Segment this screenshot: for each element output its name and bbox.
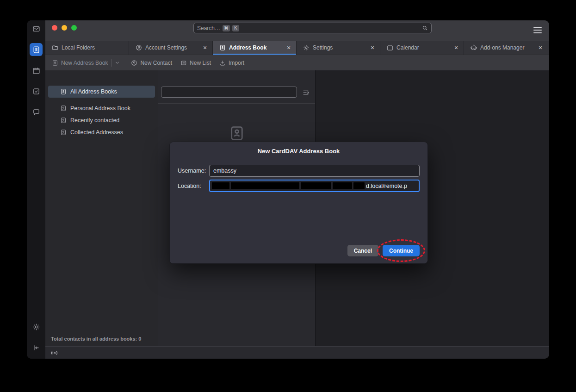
gear-icon	[303, 44, 310, 51]
continue-button[interactable]: Continue	[383, 245, 420, 256]
list-icon	[180, 60, 187, 66]
list-item-personal-address-book[interactable]: Personal Address Book	[48, 102, 155, 114]
address-book-icon	[60, 105, 67, 112]
list-item-all-address-books[interactable]: All Address Books	[48, 86, 155, 98]
collapse-icon	[32, 344, 40, 352]
address-book-icon	[219, 44, 226, 51]
search-icon	[422, 25, 428, 31]
address-book-placeholder-icon	[229, 125, 245, 142]
app-menu-button[interactable]	[533, 27, 542, 33]
collapse-spaces-button[interactable]	[30, 341, 43, 354]
tab-close-button[interactable]: ×	[285, 44, 292, 51]
username-input[interactable]	[209, 165, 420, 177]
tab-address-book[interactable]: Address Book ×	[213, 41, 297, 55]
new-address-book-split-button: New Address Book	[52, 59, 123, 67]
titlebar: Search… ⌘ K	[45, 20, 549, 41]
dialog-buttons: Cancel Continue	[347, 245, 420, 256]
chat-space-button[interactable]	[30, 106, 43, 118]
redaction-bar	[353, 182, 365, 189]
import-icon	[219, 60, 226, 66]
k-key-badge: K	[232, 25, 239, 31]
thunderbird-window: Search… ⌘ K Local Folders Account Settin…	[27, 20, 549, 359]
address-book-icon	[32, 46, 40, 54]
redaction-bar	[301, 182, 331, 189]
settings-space-button[interactable]	[30, 320, 43, 333]
username-row: Username:	[178, 165, 420, 177]
cancel-button[interactable]: Cancel	[347, 245, 378, 256]
import-button[interactable]: Import	[219, 60, 244, 66]
zoom-window-button[interactable]	[71, 25, 77, 31]
display-options-icon	[302, 89, 310, 96]
new-contact-button[interactable]: New Contact	[131, 60, 172, 66]
address-book-toolbar: New Address Book New Contact New List Im…	[45, 55, 549, 70]
folder-icon	[52, 44, 58, 51]
tab-close-button[interactable]: ×	[537, 44, 544, 51]
contact-icon	[131, 60, 137, 66]
dialog-title: New CardDAV Address Book	[178, 148, 420, 155]
address-books-panel: All Address Books Personal Address Book …	[45, 70, 158, 346]
chat-icon	[32, 108, 40, 116]
address-book-space-button[interactable]	[30, 43, 43, 56]
broadcast-icon	[50, 349, 58, 357]
continue-wrap: Continue	[383, 245, 420, 256]
display-options-button[interactable]	[302, 89, 310, 96]
tab-close-button[interactable]: ×	[452, 44, 460, 51]
new-carddav-dialog: New CardDAV Address Book Username: Locat…	[169, 142, 428, 264]
contacts-list-header	[158, 70, 315, 104]
mail-space-button[interactable]	[30, 22, 43, 35]
account-icon	[136, 44, 142, 51]
new-list-button[interactable]: New List	[180, 60, 211, 66]
address-book-icon	[60, 117, 67, 124]
list-item-collected-addresses[interactable]: Collected Addresses	[48, 126, 155, 138]
calendar-space-button[interactable]	[30, 64, 43, 77]
total-contacts-status: Total contacts in all address books: 0	[45, 332, 158, 346]
content-area: All Address Books Personal Address Book …	[45, 70, 549, 346]
address-book-icon	[60, 129, 67, 136]
tab-bar: Local Folders Account Settings × Address…	[45, 41, 549, 55]
tab-close-button[interactable]: ×	[369, 44, 376, 51]
calendar-icon	[387, 44, 393, 51]
tab-settings[interactable]: Settings ×	[297, 41, 380, 55]
tab-account-settings[interactable]: Account Settings ×	[129, 41, 213, 55]
location-label: Location:	[178, 183, 209, 189]
cmd-key-badge: ⌘	[223, 25, 230, 31]
redaction-bar	[333, 182, 352, 189]
tasks-icon	[32, 87, 40, 95]
redaction-bar	[212, 182, 229, 189]
contacts-search-input[interactable]	[161, 87, 297, 98]
main-column: Search… ⌘ K Local Folders Account Settin…	[45, 20, 549, 359]
tab-local-folders[interactable]: Local Folders	[45, 41, 129, 55]
location-row: Location: d.local/remote.p	[178, 180, 420, 192]
global-search-input[interactable]: Search… ⌘ K	[193, 23, 432, 33]
puzzle-icon	[471, 44, 477, 51]
address-book-icon	[52, 60, 58, 66]
mail-icon	[32, 25, 40, 33]
redaction-bar	[231, 182, 299, 189]
location-input[interactable]: d.local/remote.p	[209, 180, 420, 192]
empty-list-placeholder	[158, 104, 315, 142]
list-item-recently-contacted[interactable]: Recently contacted	[48, 114, 155, 126]
tab-close-button[interactable]: ×	[201, 44, 209, 51]
new-address-book-dropdown[interactable]	[112, 60, 123, 65]
tab-addons-manager[interactable]: Add-ons Manager ×	[464, 41, 548, 55]
list-gap	[45, 98, 158, 102]
tab-calendar[interactable]: Calendar ×	[380, 41, 464, 55]
status-bar	[45, 346, 549, 359]
minimize-window-button[interactable]	[62, 25, 67, 31]
gear-icon	[32, 323, 40, 331]
new-address-book-button[interactable]: New Address Book	[52, 60, 111, 66]
location-visible-text: d.local/remote.p	[366, 183, 407, 189]
address-book-icon	[60, 88, 67, 95]
spaces-toolbar	[27, 20, 45, 359]
traffic-lights	[52, 25, 77, 31]
search-placeholder: Search…	[197, 25, 220, 31]
chevron-down-icon	[115, 60, 120, 65]
tasks-space-button[interactable]	[30, 85, 43, 98]
close-window-button[interactable]	[52, 25, 57, 31]
username-label: Username:	[178, 168, 209, 174]
calendar-icon	[32, 67, 40, 75]
